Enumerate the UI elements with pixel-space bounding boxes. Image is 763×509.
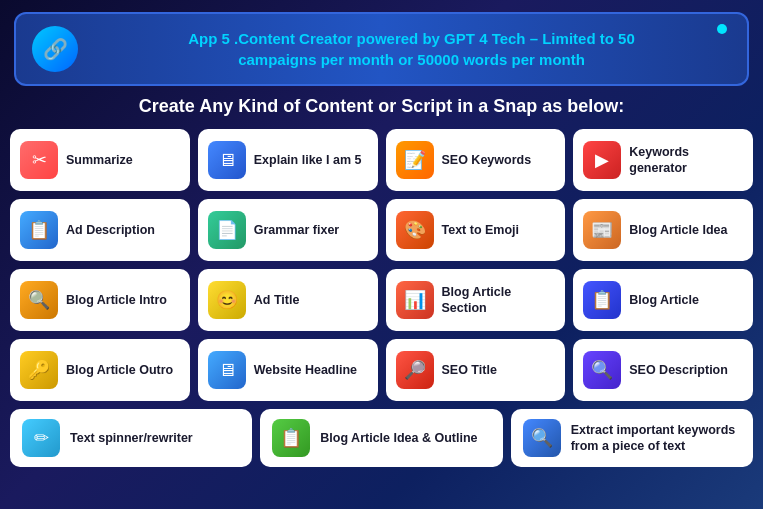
header-line1: App 5 .Content Creator powered by GPT 4 … [188, 30, 634, 47]
text-spinner-icon: ✏ [22, 419, 60, 457]
header-icon: 🔗 [32, 26, 78, 72]
card-blog-outline[interactable]: 📋 Blog Article Idea & Outline [260, 409, 502, 467]
grammar-fixer-icon: 📄 [208, 211, 246, 249]
card-blog-article-section[interactable]: 📊 Blog Article Section [386, 269, 566, 331]
explain-icon: 🖥 [208, 141, 246, 179]
seo-keywords-label: SEO Keywords [442, 152, 532, 168]
ad-title-icon: 😊 [208, 281, 246, 319]
summarize-icon: ✂ [20, 141, 58, 179]
ad-description-label: Ad Description [66, 222, 155, 238]
grammar-fixer-label: Grammar fixer [254, 222, 339, 238]
card-website-headline[interactable]: 🖥 Website Headline [198, 339, 378, 401]
blog-article-section-icon: 📊 [396, 281, 434, 319]
explain-label: Explain like I am 5 [254, 152, 362, 168]
header-text: App 5 .Content Creator powered by GPT 4 … [92, 28, 731, 70]
card-text-to-emoji[interactable]: 🎨 Text to Emoji [386, 199, 566, 261]
extract-keywords-icon: 🔍 [523, 419, 561, 457]
blog-article-outro-label: Blog Article Outro [66, 362, 173, 378]
blog-article-outro-icon: 🔑 [20, 351, 58, 389]
blog-outline-label: Blog Article Idea & Outline [320, 430, 477, 446]
card-blog-article-intro[interactable]: 🔍 Blog Article Intro [10, 269, 190, 331]
website-headline-icon: 🖥 [208, 351, 246, 389]
card-blog-article-outro[interactable]: 🔑 Blog Article Outro [10, 339, 190, 401]
blog-article-idea-icon: 📰 [583, 211, 621, 249]
text-to-emoji-icon: 🎨 [396, 211, 434, 249]
card-summarize[interactable]: ✂ Summarize [10, 129, 190, 191]
seo-title-icon: 🔎 [396, 351, 434, 389]
card-grammar-fixer[interactable]: 📄 Grammar fixer [198, 199, 378, 261]
card-seo-title[interactable]: 🔎 SEO Title [386, 339, 566, 401]
card-extract-keywords[interactable]: 🔍 Extract important keywords from a piec… [511, 409, 753, 467]
blog-outline-icon: 📋 [272, 419, 310, 457]
blog-article-intro-icon: 🔍 [20, 281, 58, 319]
keywords-generator-label: Keywords generator [629, 144, 743, 177]
text-spinner-label: Text spinner/rewriter [70, 430, 193, 446]
card-blog-article[interactable]: 📋 Blog Article [573, 269, 753, 331]
keywords-generator-icon: ▶ [583, 141, 621, 179]
seo-description-label: SEO Description [629, 362, 728, 378]
card-seo-keywords[interactable]: 📝 SEO Keywords [386, 129, 566, 191]
card-seo-description[interactable]: 🔍 SEO Description [573, 339, 753, 401]
card-ad-description[interactable]: 📋 Ad Description [10, 199, 190, 261]
card-explain[interactable]: 🖥 Explain like I am 5 [198, 129, 378, 191]
seo-keywords-icon: 📝 [396, 141, 434, 179]
card-text-spinner[interactable]: ✏ Text spinner/rewriter [10, 409, 252, 467]
link-icon: 🔗 [43, 37, 68, 61]
extract-keywords-label: Extract important keywords from a piece … [571, 422, 741, 455]
blog-article-section-label: Blog Article Section [442, 284, 556, 317]
header-banner: 🔗 App 5 .Content Creator powered by GPT … [14, 12, 749, 86]
ad-title-label: Ad Title [254, 292, 300, 308]
bottom-cards-row: ✏ Text spinner/rewriter 📋 Blog Article I… [0, 409, 763, 477]
blog-article-label: Blog Article [629, 292, 699, 308]
section-title: Create Any Kind of Content or Script in … [0, 96, 763, 117]
card-keywords-generator[interactable]: ▶ Keywords generator [573, 129, 753, 191]
card-ad-title[interactable]: 😊 Ad Title [198, 269, 378, 331]
website-headline-label: Website Headline [254, 362, 357, 378]
header-line2: campaigns per month or 50000 words per m… [238, 51, 585, 68]
ad-description-icon: 📋 [20, 211, 58, 249]
blog-article-icon: 📋 [583, 281, 621, 319]
blog-article-intro-label: Blog Article Intro [66, 292, 167, 308]
decorative-dot [717, 24, 727, 34]
seo-title-label: SEO Title [442, 362, 497, 378]
cards-grid: ✂ Summarize 🖥 Explain like I am 5 📝 SEO … [0, 129, 763, 401]
summarize-label: Summarize [66, 152, 133, 168]
text-to-emoji-label: Text to Emoji [442, 222, 520, 238]
card-blog-article-idea[interactable]: 📰 Blog Article Idea [573, 199, 753, 261]
blog-article-idea-label: Blog Article Idea [629, 222, 727, 238]
seo-description-icon: 🔍 [583, 351, 621, 389]
